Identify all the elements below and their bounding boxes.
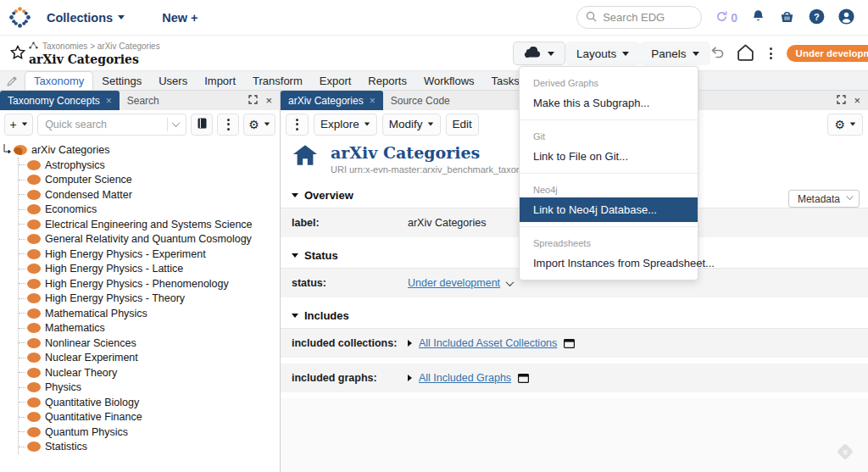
status-link[interactable]: Under development (408, 277, 500, 289)
close-panel-icon[interactable]: × (265, 94, 272, 107)
tree-item[interactable]: Statistics (19, 440, 280, 455)
panel-tab-label: Taxonomy Concepts (8, 95, 100, 107)
global-search[interactable] (576, 6, 702, 29)
tree-item[interactable]: High Energy Physics - Theory (19, 292, 280, 307)
detail-settings-button[interactable]: ⚙ (827, 114, 863, 136)
tree-item[interactable]: Quantitative Biology (19, 395, 280, 410)
tree-connector (19, 342, 25, 343)
expand-panel-icon[interactable] (837, 94, 846, 107)
home-button[interactable] (736, 43, 755, 64)
tree-item[interactable]: Nonlinear Sciences (19, 336, 280, 351)
tree-item[interactable]: Quantitative Finance (19, 410, 280, 425)
undo-button[interactable] (710, 46, 725, 61)
dictionary-button[interactable] (191, 114, 213, 136)
chevron-down-icon[interactable] (506, 278, 515, 286)
tree-item[interactable]: Nuclear Theory (19, 365, 280, 380)
concept-icon (27, 175, 41, 185)
favorite-button[interactable] (10, 45, 25, 62)
layouts-button[interactable]: Layouts (565, 42, 640, 65)
tree-settings-button[interactable]: ⚙ (243, 114, 275, 136)
menu-item-link-to-neo4j-database[interactable]: Link to Neo4j Database... (520, 197, 698, 222)
tree-item[interactable]: Nuclear Experiment (19, 351, 280, 366)
field-value-text: arXiv Categories (408, 217, 486, 229)
expand-row-icon[interactable] (408, 340, 412, 347)
tree-item[interactable]: Economics (19, 203, 280, 218)
explore-button[interactable]: Explore (314, 114, 377, 136)
graph-actions-button[interactable] (513, 42, 565, 65)
metadata-select[interactable]: Metadata (788, 190, 860, 208)
left-tab-taxonomy-concepts[interactable]: Taxonomy Concepts× (0, 91, 120, 110)
tab-export[interactable]: Export (311, 71, 360, 90)
detail-more-button[interactable] (286, 114, 309, 136)
panels-button[interactable]: Panels (640, 42, 709, 65)
tree-more-button[interactable] (217, 114, 239, 136)
tree-item[interactable]: Mathematical Physics (19, 306, 280, 321)
included-link[interactable]: All Included Graphs (419, 372, 511, 384)
asset-toolbar-right: Under development (710, 43, 868, 64)
avatar-icon (838, 8, 854, 27)
concept-icon (27, 293, 41, 303)
expand-row-icon[interactable] (408, 375, 412, 381)
help-button[interactable]: ? (809, 8, 825, 27)
expand-panel-icon[interactable] (248, 94, 258, 107)
basket-button[interactable] (779, 9, 795, 26)
left-tab-search[interactable]: Search (120, 91, 167, 110)
close-tab-icon[interactable]: × (370, 96, 376, 106)
tree-root[interactable]: arXiv Categories (3, 142, 280, 158)
open-in-window-icon[interactable] (564, 339, 575, 348)
quick-search-input[interactable] (45, 119, 162, 130)
collections-menu-button[interactable]: Collections (47, 11, 125, 25)
tree-item[interactable]: General Relativity and Quantum Cosmology (19, 232, 280, 247)
workspace: Taxonomy Concepts×Search × + (0, 91, 868, 472)
edit-button[interactable]: Edit (446, 114, 479, 136)
kebab-icon (224, 119, 233, 130)
tab-workflows[interactable]: Workflows (415, 71, 483, 90)
add-concept-button[interactable]: + (4, 114, 33, 136)
global-search-input[interactable] (603, 11, 687, 24)
account-button[interactable] (838, 8, 854, 27)
notifications-button[interactable] (751, 9, 765, 26)
tree-item-label: Nuclear Experiment (45, 352, 138, 364)
menu-item-make-this-a-subgraph[interactable]: Make this a Subgraph... (520, 91, 698, 115)
right-tab-source-code[interactable]: Source Code (383, 91, 458, 110)
tab-taxonomy[interactable]: Taxonomy (25, 71, 93, 90)
tab-import[interactable]: Import (196, 71, 244, 90)
tab-users[interactable]: Users (150, 71, 196, 90)
new-menu-button[interactable]: New + (162, 11, 198, 25)
open-in-window-icon[interactable] (518, 374, 529, 383)
tab-transform[interactable]: Transform (244, 71, 311, 90)
tree-item[interactable]: Mathematics (19, 321, 280, 336)
tree-item[interactable]: High Energy Physics - Experiment (19, 247, 280, 262)
close-panel-icon[interactable]: × (854, 94, 860, 107)
tree-item[interactable]: Quantum Physics (19, 425, 280, 440)
concept-icon (27, 234, 41, 244)
tree-item[interactable]: Physics (19, 380, 280, 396)
quick-search[interactable] (37, 114, 186, 136)
modify-button[interactable]: Modify (382, 114, 441, 136)
tree-item[interactable]: High Energy Physics - Lattice (19, 262, 280, 277)
tree-item[interactable]: Electrical Engineering and Systems Scien… (19, 217, 280, 232)
breadcrumb[interactable]: Taxonomies > arXiv Categories (29, 42, 160, 51)
tree-item-label: Quantum Physics (45, 426, 128, 438)
section-header-includes[interactable]: Includes (281, 303, 868, 329)
more-actions-button[interactable] (766, 47, 776, 59)
tree-item-label: High Energy Physics - Lattice (45, 263, 183, 275)
tree-item[interactable]: Astrophysics (19, 158, 280, 173)
collapse-handle-icon[interactable] (3, 144, 11, 157)
tree-item[interactable]: High Energy Physics - Phenomenology (19, 276, 280, 292)
included-link[interactable]: All Included Asset Collections (419, 337, 557, 349)
right-tab-arxiv-categories[interactable]: arXiv Categories× (281, 91, 383, 110)
menu-item-import-instances-from-spreadsheet[interactable]: Import Instances from Spreadsheet... (520, 251, 698, 275)
close-tab-icon[interactable]: × (106, 96, 112, 106)
tree-item[interactable]: Condensed Matter (19, 187, 280, 203)
chevron-down-icon (846, 192, 853, 199)
sync-status[interactable]: 0 (715, 10, 737, 25)
tab-settings[interactable]: Settings (93, 71, 150, 90)
menu-item-link-to-file-on-git[interactable]: Link to File on Git... (520, 144, 698, 169)
field-value: All Included Asset Collections (408, 337, 575, 349)
layouts-label: Layouts (576, 47, 616, 60)
tab-reports[interactable]: Reports (359, 71, 415, 90)
chevron-down-icon[interactable] (172, 119, 181, 127)
field-value: Under development (408, 277, 513, 289)
tree-item[interactable]: Computer Science (19, 173, 280, 188)
